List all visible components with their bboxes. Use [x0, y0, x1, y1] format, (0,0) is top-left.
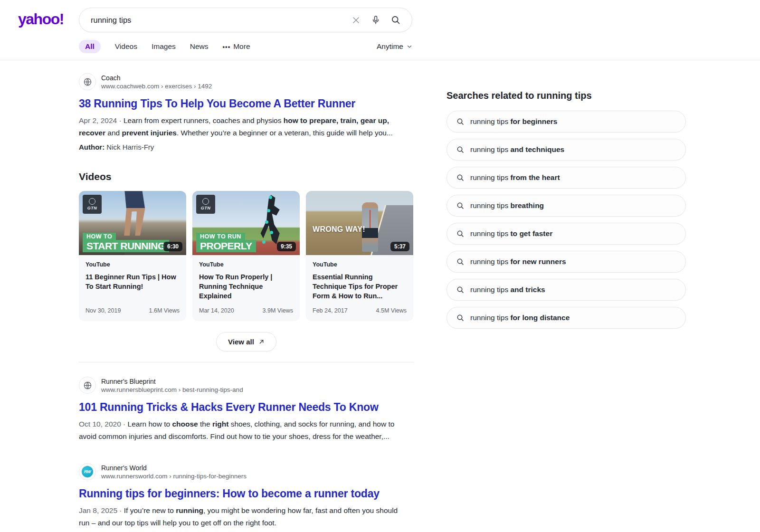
related-query-prefix: running tips [470, 117, 510, 125]
time-filter-dropdown[interactable]: Anytime [377, 42, 412, 51]
globe-icon [79, 73, 96, 90]
globe-icon [79, 377, 96, 394]
organic-result: Coach www.coachweb.com › exercises › 149… [79, 73, 414, 151]
tab-news[interactable]: News [190, 40, 209, 53]
video-title: How To Run Properly | Running Technique … [199, 272, 293, 307]
tab-all[interactable]: All [79, 40, 101, 53]
result-title[interactable]: 101 Running Tricks & Hacks Every Runner … [79, 401, 414, 414]
video-views: 1.6M Views [149, 307, 180, 314]
tab-videos[interactable]: Videos [115, 40, 137, 53]
search-icon [456, 314, 464, 322]
video-title: 11 Beginner Run Tips | How To Start Runn… [86, 272, 180, 307]
tab-label: Images [152, 42, 176, 51]
microphone-icon[interactable] [371, 15, 380, 25]
video-thumbnail: GTN HOW TO RUNPROPERLY 9:35 [192, 191, 300, 255]
thumbnail-overlay-text: HOW TOSTART RUNNING [83, 233, 169, 252]
related-query-prefix: running tips [470, 285, 510, 294]
tab-label: More [233, 42, 250, 51]
result-source-row[interactable]: Runner's Blueprint www.runnersblueprint.… [79, 377, 414, 394]
video-card[interactable]: GTN HOW TOSTART RUNNING 6:30 YouTube 11 … [79, 191, 186, 321]
tab-images[interactable]: Images [152, 40, 176, 53]
search-submit-icon[interactable] [391, 15, 400, 25]
related-query-bold: for new runners [510, 257, 566, 266]
results-page: Coach www.coachweb.com › exercises › 149… [0, 60, 760, 529]
related-query-prefix: running tips [470, 229, 510, 238]
related-query-prefix: running tips [470, 201, 510, 209]
related-query-bold: and techniques [510, 145, 564, 153]
channel-logo-gtn-icon: GTN [196, 195, 215, 214]
result-description: Jan 8, 2025 · If you’re new to running, … [79, 504, 409, 529]
video-source: YouTube [199, 261, 293, 268]
video-source: YouTube [313, 261, 407, 268]
related-search-pill[interactable]: running tips and techniques [446, 139, 686, 161]
result-source-row[interactable]: Coach www.coachweb.com › exercises › 149… [79, 73, 414, 90]
result-title[interactable]: Running tips for beginners: How to becom… [79, 487, 414, 500]
view-all-button[interactable]: View all [216, 332, 276, 352]
channel-logo-gtn-icon: GTN [83, 195, 102, 214]
related-query-prefix: running tips [470, 257, 510, 266]
related-query: running tips for new runners [470, 257, 566, 266]
time-filter-label: Anytime [377, 42, 403, 51]
related-query-prefix: running tips [470, 173, 510, 181]
organic-result: RW Runner's World www.runnersworld.com ›… [79, 463, 414, 529]
video-duration-badge: 6:30 [163, 242, 182, 251]
related-search-pill[interactable]: running tips and tricks [446, 279, 686, 301]
result-description: Apr 2, 2024 · Learn from expert runners,… [79, 114, 409, 139]
related-query: running tips from the heart [470, 173, 560, 182]
video-title: Essential Running Technique Tips for Pro… [313, 272, 407, 307]
external-arrow-icon [258, 339, 265, 345]
yahoo-logo[interactable]: yahoo! [18, 10, 64, 28]
related-searches-panel: Searches related to running tips running… [446, 60, 686, 529]
result-description: Oct 10, 2020 · Learn how to choose the r… [79, 418, 409, 442]
related-query-prefix: running tips [470, 314, 510, 322]
tab-more[interactable]: •••More [223, 40, 250, 53]
search-icon [456, 286, 464, 294]
chevron-down-icon [407, 44, 412, 49]
more-dots-icon: ••• [223, 43, 231, 50]
view-all-label: View all [228, 338, 254, 346]
related-query-bold: for long distance [510, 314, 570, 322]
related-query: running tips for beginners [470, 117, 558, 126]
search-icon [456, 258, 464, 266]
related-query: running tips and tricks [470, 285, 545, 294]
search-bar [79, 8, 412, 32]
related-search-pill[interactable]: running tips breathing [446, 195, 686, 217]
thumbnail-overlay-text: WRONG WAY! [313, 225, 365, 234]
videos-heading: Videos [79, 171, 414, 182]
author-row: Author: Nick Harris-Fry [79, 143, 414, 151]
result-title[interactable]: 38 Running Tips To Help You Become A Bet… [79, 97, 414, 110]
video-views: 4.5M Views [376, 307, 407, 314]
source-name: Runner's Blueprint [101, 378, 243, 385]
video-duration-badge: 5:37 [390, 242, 409, 251]
section-divider [79, 362, 414, 362]
videos-module: Videos GTN HOW TOSTART RUNNING 6:30 YouT… [79, 171, 414, 352]
video-date: Feb 24, 2017 [313, 307, 348, 314]
video-source: YouTube [86, 261, 180, 268]
search-icon [456, 174, 464, 181]
clear-search-icon[interactable] [352, 16, 361, 25]
related-search-pill[interactable]: running tips from the heart [446, 167, 686, 189]
video-date: Mar 14, 2020 [199, 307, 234, 314]
result-source-row[interactable]: RW Runner's World www.runnersworld.com ›… [79, 463, 414, 480]
search-input[interactable] [79, 16, 352, 25]
related-search-pill[interactable]: running tips for beginners [446, 111, 686, 133]
source-url: www.runnersworld.com › running-tips-for-… [101, 473, 247, 480]
source-url: www.coachweb.com › exercises › 1492 [101, 83, 212, 90]
source-url: www.runnersblueprint.com › best-running-… [101, 386, 243, 393]
related-search-pill[interactable]: running tips for long distance [446, 307, 686, 329]
tabs-row: AllVideosImagesNews•••More Anytime [79, 40, 412, 53]
related-searches-heading: Searches related to running tips [446, 90, 686, 101]
related-query-bold: from the heart [510, 173, 560, 181]
video-card[interactable]: GTN HOW TO RUNPROPERLY 9:35 YouTube How … [192, 191, 300, 321]
search-tabs: AllVideosImagesNews•••More [79, 40, 250, 53]
related-search-pill[interactable]: running tips for new runners [446, 251, 686, 273]
related-query: running tips to get faster [470, 229, 552, 238]
related-query-prefix: running tips [470, 145, 510, 153]
tab-label: All [85, 42, 95, 51]
video-card[interactable]: WRONG WAY! 5:37 YouTube Essential Runnin… [306, 191, 413, 321]
related-query-bold: for beginners [510, 117, 557, 125]
tab-label: Videos [115, 42, 137, 51]
video-cards-row: GTN HOW TOSTART RUNNING 6:30 YouTube 11 … [79, 191, 414, 321]
video-views: 3.9M Views [263, 307, 293, 314]
related-search-pill[interactable]: running tips to get faster [446, 223, 686, 245]
